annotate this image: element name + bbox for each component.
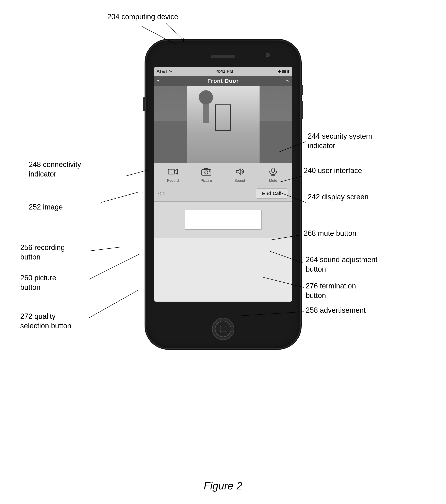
svg-point-3 — [205, 171, 208, 174]
mute-button[interactable]: Mute — [259, 165, 287, 183]
picture-label: Picture — [201, 179, 212, 183]
mute-button-label: 268 mute button — [304, 229, 356, 238]
figure-caption: Figure 2 — [204, 480, 242, 492]
svg-rect-7 — [272, 168, 275, 172]
phone-device: AT&T ∿ 4:41 PM ◆ ▩ ▮ ∿ Front Door ∿ — [146, 40, 300, 348]
image-label: 252 image — [29, 202, 63, 212]
advertisement-label: 258 advertisement — [306, 306, 366, 315]
recording-button-label: 256 recordingbutton — [20, 243, 65, 262]
svg-line-11 — [126, 170, 148, 176]
gps-icon: ◆ — [278, 69, 281, 74]
svg-rect-4 — [204, 168, 208, 170]
recording-label: Record — [167, 179, 179, 183]
phone-speaker — [211, 55, 235, 58]
security-system-indicator: ∿ — [286, 78, 290, 84]
svg-point-5 — [209, 170, 210, 172]
signal-icon: ▩ — [282, 69, 286, 74]
camera-image — [154, 86, 292, 163]
action-row: < > End Call — [154, 185, 292, 202]
status-bar: AT&T ∿ 4:41 PM ◆ ▩ ▮ — [154, 67, 292, 76]
chevron-icon: > — [163, 191, 166, 196]
carrier-text: AT&T — [157, 69, 168, 74]
svg-line-21 — [89, 254, 140, 279]
connectivity-indicator: ∿ — [157, 78, 161, 84]
advertisement-box — [185, 210, 261, 230]
recording-icon — [167, 165, 179, 178]
fence-right — [260, 86, 292, 163]
status-right: ◆ ▩ ▮ — [278, 69, 290, 74]
app-header: ∿ Front Door ∿ — [154, 76, 292, 86]
side-button-left — [143, 97, 145, 111]
sound-adjustment-button[interactable]: Sound — [225, 165, 254, 183]
advertisement-area — [154, 202, 292, 238]
computing-device-label: 204 computing device — [107, 12, 178, 22]
tree-element — [203, 98, 209, 123]
gate-element — [215, 105, 231, 131]
mute-label: Mute — [269, 179, 277, 183]
battery-icon: ▮ — [287, 69, 290, 74]
app-title: Front Door — [207, 78, 239, 84]
quality-indicator: < — [158, 191, 161, 196]
recording-button[interactable]: Record — [159, 165, 187, 183]
security-icon: ∿ — [286, 78, 290, 83]
svg-line-20 — [89, 247, 121, 251]
controls-row: Record Picture — [154, 163, 292, 185]
sound-label: Sound — [234, 179, 245, 183]
fence-left — [154, 86, 187, 163]
user-interface-label: 240 user interface — [304, 166, 362, 176]
security-indicator-label: 244 security systemindicator — [308, 132, 372, 151]
picture-button-label: 260 picturebutton — [20, 273, 56, 292]
display-screen-label: 242 display screen — [308, 192, 369, 202]
status-left: AT&T ∿ — [157, 69, 172, 74]
side-button-right-1 — [301, 85, 303, 95]
termination-button[interactable]: End Call — [256, 188, 288, 198]
status-time: 4:41 PM — [216, 69, 233, 74]
phone-camera — [266, 53, 270, 57]
svg-rect-2 — [202, 170, 211, 175]
phone-shell: AT&T ∿ 4:41 PM ◆ ▩ ▮ ∿ Front Door ∿ — [146, 40, 300, 348]
display-screen: AT&T ∿ 4:41 PM ◆ ▩ ▮ ∿ Front Door ∿ — [154, 67, 292, 302]
svg-line-12 — [101, 192, 138, 202]
home-button-inner — [215, 321, 231, 337]
camera-icon — [200, 165, 212, 178]
picture-button[interactable]: Picture — [192, 165, 221, 183]
svg-line-22 — [89, 290, 138, 318]
home-button[interactable] — [212, 318, 234, 340]
action-left: < > — [158, 191, 166, 196]
wifi-connectivity-icon: ∿ — [157, 78, 161, 84]
sound-icon — [234, 165, 246, 178]
sound-adjustment-label: 264 sound adjustmentbutton — [306, 255, 377, 274]
svg-marker-6 — [236, 169, 241, 175]
home-button-square — [220, 326, 226, 332]
quality-selection-label: 272 qualityselection button — [20, 312, 71, 331]
wifi-icon: ∿ — [168, 69, 172, 74]
termination-button-label: 276 terminationbutton — [306, 281, 356, 300]
microphone-icon — [267, 165, 279, 178]
svg-rect-0 — [168, 169, 174, 174]
side-button-right-2 — [301, 101, 303, 119]
connectivity-indicator-label: 248 connectivityindicator — [29, 160, 81, 179]
svg-marker-1 — [174, 169, 178, 174]
